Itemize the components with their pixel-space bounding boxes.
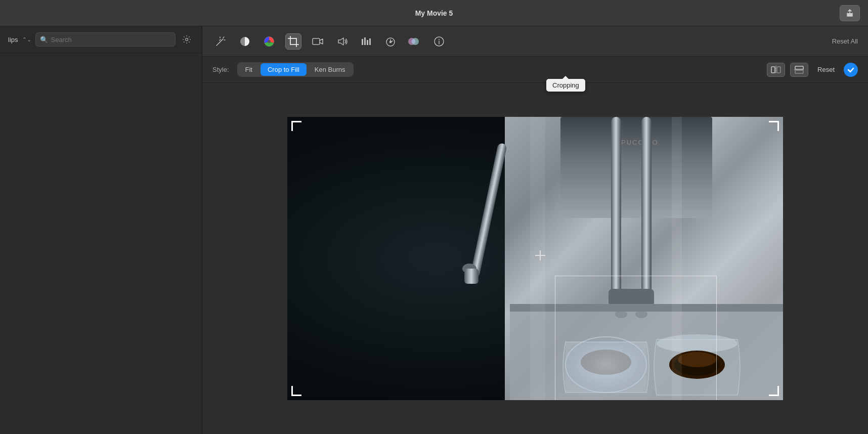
svg-point-9 [268,40,271,43]
style-label: Style: [212,66,229,73]
fit-button[interactable]: Fit [238,63,259,76]
crop-to-fill-button[interactable]: Crop to Fill [261,63,307,76]
svg-rect-28 [795,70,803,73]
window-title: My Movie 5 [415,9,453,17]
svg-point-0 [186,38,188,41]
crop-bar-right: Reset [767,63,858,77]
camera-icon[interactable] [310,33,326,50]
svg-rect-25 [777,67,780,73]
reset-all-button[interactable]: Reset All [832,37,858,45]
speed-icon[interactable] [382,33,399,50]
search-icon: 🔍 [40,36,48,44]
color-mixer-icon[interactable] [407,33,423,50]
svg-rect-10 [313,38,320,45]
equalizer-icon[interactable] [358,33,374,50]
svg-rect-13 [364,37,366,45]
ken-burns-button[interactable]: Ken Burns [308,63,353,76]
video-area[interactable]: PUCCINO [202,83,868,434]
svg-point-50 [678,352,716,367]
svg-rect-12 [362,39,363,45]
info-icon[interactable] [431,33,447,50]
svg-line-4 [223,37,224,38]
title-bar: My Movie 5 [0,0,868,26]
right-panel: Reset All Style: Fit Crop to Fill Ken Bu… [202,26,868,434]
toolbar: Reset All [202,26,868,57]
color-balance-icon[interactable] [237,33,253,50]
clips-label: lips [8,36,18,44]
flip-horizontal-button[interactable] [767,63,785,77]
svg-rect-43 [510,304,783,312]
svg-marker-11 [338,38,343,45]
svg-rect-36 [464,269,479,284]
svg-rect-15 [369,38,371,45]
svg-line-2 [222,39,223,40]
color-wheel-icon[interactable] [261,33,277,50]
svg-point-20 [412,39,416,44]
search-input[interactable] [51,36,171,44]
svg-point-23 [439,39,440,40]
video-frame[interactable]: PUCCINO [287,117,783,400]
crop-confirm-button[interactable] [844,63,858,77]
cropping-tooltip: Cropping [546,79,585,92]
clips-arrow: ⌃⌄ [22,36,31,43]
sidebar-content [0,53,202,434]
svg-point-17 [390,41,392,42]
crop-reset-button[interactable]: Reset [813,64,839,75]
main-layout: lips ⌃⌄ 🔍 [0,26,868,434]
style-buttons: Fit Crop to Fill Ken Burns [237,62,354,77]
svg-rect-14 [367,40,368,45]
crop-bar: Style: Fit Crop to Fill Ken Burns Croppi… [202,57,868,83]
svg-text:PUCCINO: PUCCINO [621,139,659,146]
crop-corner-br[interactable] [769,386,779,396]
flip-vertical-button[interactable] [790,63,808,77]
svg-line-1 [216,40,222,46]
crop-icon[interactable] [285,33,301,50]
svg-line-6 [220,39,221,40]
crop-corner-tl[interactable] [291,121,301,131]
svg-point-46 [581,350,631,375]
svg-rect-27 [795,66,803,69]
crop-corner-bl[interactable] [291,386,301,396]
audio-icon[interactable] [334,33,350,50]
svg-rect-37 [611,117,621,294]
sidebar-header: lips ⌃⌄ 🔍 [0,26,202,53]
crop-corner-tr[interactable] [769,121,779,131]
svg-rect-24 [771,67,775,73]
magic-wand-icon[interactable] [212,33,229,50]
share-button[interactable] [840,5,860,21]
svg-rect-32 [560,117,712,218]
gear-icon[interactable] [180,32,194,47]
search-box[interactable]: 🔍 [35,32,176,47]
svg-point-47 [657,334,737,353]
svg-rect-38 [641,117,652,294]
svg-rect-39 [609,289,654,307]
sidebar: lips ⌃⌄ 🔍 [0,26,202,434]
